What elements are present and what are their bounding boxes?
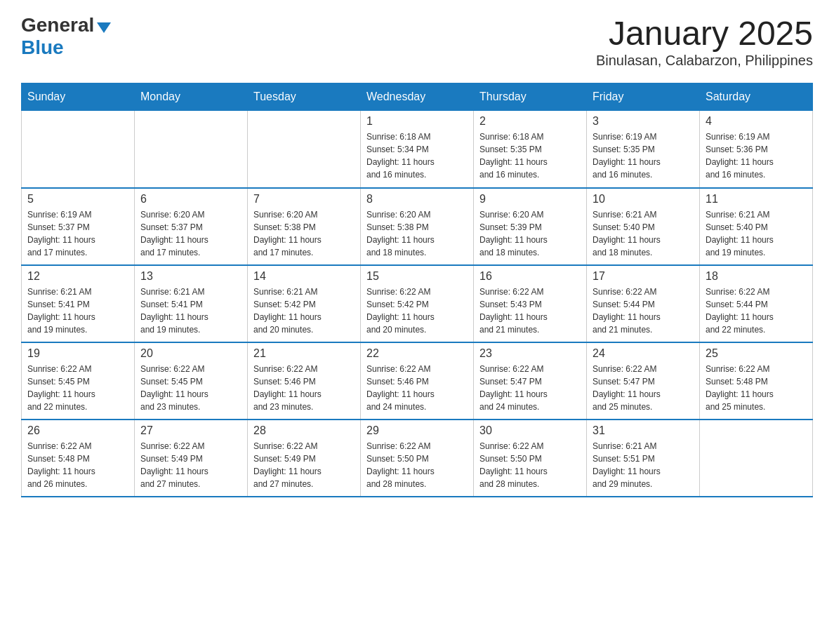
day-number: 22 bbox=[366, 347, 468, 360]
day-info: Sunrise: 6:18 AM Sunset: 5:35 PM Dayligh… bbox=[479, 130, 581, 181]
day-number: 28 bbox=[253, 424, 355, 437]
day-number: 4 bbox=[706, 115, 807, 128]
day-cell: 2Sunrise: 6:18 AM Sunset: 5:35 PM Daylig… bbox=[474, 111, 587, 188]
day-info: Sunrise: 6:22 AM Sunset: 5:49 PM Dayligh… bbox=[253, 440, 355, 490]
day-info: Sunrise: 6:18 AM Sunset: 5:34 PM Dayligh… bbox=[366, 130, 468, 181]
day-cell: 20Sunrise: 6:22 AM Sunset: 5:45 PM Dayli… bbox=[135, 342, 248, 420]
day-number: 20 bbox=[140, 347, 241, 360]
day-info: Sunrise: 6:22 AM Sunset: 5:46 PM Dayligh… bbox=[366, 363, 468, 413]
day-number: 23 bbox=[479, 347, 581, 360]
calendar-subtitle: Binulasan, Calabarzon, Philippines bbox=[596, 53, 813, 69]
weekday-header-saturday: Saturday bbox=[700, 83, 813, 111]
day-number: 16 bbox=[479, 270, 581, 283]
day-number: 11 bbox=[706, 193, 807, 206]
day-info: Sunrise: 6:20 AM Sunset: 5:38 PM Dayligh… bbox=[366, 208, 468, 259]
day-number: 29 bbox=[366, 424, 468, 437]
weekday-header-wednesday: Wednesday bbox=[361, 83, 474, 111]
day-cell: 4Sunrise: 6:19 AM Sunset: 5:36 PM Daylig… bbox=[700, 111, 813, 188]
day-info: Sunrise: 6:20 AM Sunset: 5:37 PM Dayligh… bbox=[140, 208, 241, 259]
week-row-3: 12Sunrise: 6:21 AM Sunset: 5:41 PM Dayli… bbox=[22, 265, 813, 342]
weekday-header-friday: Friday bbox=[587, 83, 700, 111]
day-info: Sunrise: 6:20 AM Sunset: 5:38 PM Dayligh… bbox=[253, 208, 355, 259]
weekday-header-thursday: Thursday bbox=[474, 83, 587, 111]
day-cell: 5Sunrise: 6:19 AM Sunset: 5:37 PM Daylig… bbox=[22, 188, 135, 265]
day-cell: 1Sunrise: 6:18 AM Sunset: 5:34 PM Daylig… bbox=[361, 111, 474, 188]
day-info: Sunrise: 6:21 AM Sunset: 5:40 PM Dayligh… bbox=[593, 208, 694, 259]
day-number: 25 bbox=[706, 347, 807, 360]
day-cell: 15Sunrise: 6:22 AM Sunset: 5:42 PM Dayli… bbox=[361, 265, 474, 342]
day-number: 1 bbox=[366, 115, 468, 128]
day-info: Sunrise: 6:19 AM Sunset: 5:37 PM Dayligh… bbox=[27, 208, 128, 259]
logo-blue: Blue bbox=[21, 36, 64, 58]
weekday-header-monday: Monday bbox=[135, 83, 248, 111]
day-number: 14 bbox=[253, 270, 355, 283]
day-number: 7 bbox=[253, 193, 355, 206]
day-info: Sunrise: 6:22 AM Sunset: 5:42 PM Dayligh… bbox=[366, 286, 468, 336]
day-info: Sunrise: 6:22 AM Sunset: 5:47 PM Dayligh… bbox=[593, 363, 694, 413]
day-cell: 13Sunrise: 6:21 AM Sunset: 5:41 PM Dayli… bbox=[135, 265, 248, 342]
day-cell: 6Sunrise: 6:20 AM Sunset: 5:37 PM Daylig… bbox=[135, 188, 248, 265]
page-header: General Blue January 2025 Binulasan, Cal… bbox=[21, 14, 813, 69]
day-info: Sunrise: 6:22 AM Sunset: 5:49 PM Dayligh… bbox=[140, 440, 241, 490]
day-cell: 17Sunrise: 6:22 AM Sunset: 5:44 PM Dayli… bbox=[587, 265, 700, 342]
day-number: 26 bbox=[27, 424, 128, 437]
day-cell: 10Sunrise: 6:21 AM Sunset: 5:40 PM Dayli… bbox=[587, 188, 700, 265]
day-cell: 23Sunrise: 6:22 AM Sunset: 5:47 PM Dayli… bbox=[474, 342, 587, 420]
day-cell: 21Sunrise: 6:22 AM Sunset: 5:46 PM Dayli… bbox=[248, 342, 361, 420]
day-cell: 7Sunrise: 6:20 AM Sunset: 5:38 PM Daylig… bbox=[248, 188, 361, 265]
day-info: Sunrise: 6:22 AM Sunset: 5:44 PM Dayligh… bbox=[593, 286, 694, 336]
day-cell: 8Sunrise: 6:20 AM Sunset: 5:38 PM Daylig… bbox=[361, 188, 474, 265]
day-number: 5 bbox=[27, 193, 128, 206]
day-cell: 25Sunrise: 6:22 AM Sunset: 5:48 PM Dayli… bbox=[700, 342, 813, 420]
day-info: Sunrise: 6:22 AM Sunset: 5:47 PM Dayligh… bbox=[479, 363, 581, 413]
day-info: Sunrise: 6:22 AM Sunset: 5:43 PM Dayligh… bbox=[479, 286, 581, 336]
day-cell: 24Sunrise: 6:22 AM Sunset: 5:47 PM Dayli… bbox=[587, 342, 700, 420]
day-info: Sunrise: 6:21 AM Sunset: 5:40 PM Dayligh… bbox=[706, 208, 807, 259]
day-number: 31 bbox=[593, 424, 694, 437]
day-info: Sunrise: 6:22 AM Sunset: 5:45 PM Dayligh… bbox=[27, 363, 128, 413]
day-number: 24 bbox=[593, 347, 694, 360]
day-info: Sunrise: 6:19 AM Sunset: 5:36 PM Dayligh… bbox=[706, 130, 807, 181]
day-number: 9 bbox=[479, 193, 581, 206]
day-cell: 22Sunrise: 6:22 AM Sunset: 5:46 PM Dayli… bbox=[361, 342, 474, 420]
day-cell bbox=[700, 420, 813, 497]
day-cell: 29Sunrise: 6:22 AM Sunset: 5:50 PM Dayli… bbox=[361, 420, 474, 497]
logo: General Blue bbox=[21, 14, 111, 59]
day-info: Sunrise: 6:22 AM Sunset: 5:44 PM Dayligh… bbox=[706, 286, 807, 336]
day-info: Sunrise: 6:21 AM Sunset: 5:41 PM Dayligh… bbox=[140, 286, 241, 336]
day-cell: 12Sunrise: 6:21 AM Sunset: 5:41 PM Dayli… bbox=[22, 265, 135, 342]
day-cell: 19Sunrise: 6:22 AM Sunset: 5:45 PM Dayli… bbox=[22, 342, 135, 420]
day-cell: 30Sunrise: 6:22 AM Sunset: 5:50 PM Dayli… bbox=[474, 420, 587, 497]
day-number: 10 bbox=[593, 193, 694, 206]
day-number: 6 bbox=[140, 193, 241, 206]
day-info: Sunrise: 6:22 AM Sunset: 5:50 PM Dayligh… bbox=[366, 440, 468, 490]
day-number: 17 bbox=[593, 270, 694, 283]
week-row-4: 19Sunrise: 6:22 AM Sunset: 5:45 PM Dayli… bbox=[22, 342, 813, 420]
weekday-header-sunday: Sunday bbox=[22, 83, 135, 111]
weekday-header-tuesday: Tuesday bbox=[248, 83, 361, 111]
day-number: 21 bbox=[253, 347, 355, 360]
weekday-header-row: SundayMondayTuesdayWednesdayThursdayFrid… bbox=[22, 83, 813, 111]
day-info: Sunrise: 6:22 AM Sunset: 5:48 PM Dayligh… bbox=[27, 440, 128, 490]
day-info: Sunrise: 6:22 AM Sunset: 5:50 PM Dayligh… bbox=[479, 440, 581, 490]
day-cell: 26Sunrise: 6:22 AM Sunset: 5:48 PM Dayli… bbox=[22, 420, 135, 497]
day-number: 15 bbox=[366, 270, 468, 283]
day-info: Sunrise: 6:19 AM Sunset: 5:35 PM Dayligh… bbox=[593, 130, 694, 181]
day-number: 2 bbox=[479, 115, 581, 128]
logo-general: General bbox=[21, 14, 94, 36]
day-cell: 27Sunrise: 6:22 AM Sunset: 5:49 PM Dayli… bbox=[135, 420, 248, 497]
week-row-2: 5Sunrise: 6:19 AM Sunset: 5:37 PM Daylig… bbox=[22, 188, 813, 265]
day-number: 30 bbox=[479, 424, 581, 437]
day-info: Sunrise: 6:20 AM Sunset: 5:39 PM Dayligh… bbox=[479, 208, 581, 259]
day-cell bbox=[22, 111, 135, 188]
day-info: Sunrise: 6:21 AM Sunset: 5:51 PM Dayligh… bbox=[593, 440, 694, 490]
week-row-1: 1Sunrise: 6:18 AM Sunset: 5:34 PM Daylig… bbox=[22, 111, 813, 188]
calendar-title: January 2025 bbox=[596, 14, 813, 53]
day-cell: 11Sunrise: 6:21 AM Sunset: 5:40 PM Dayli… bbox=[700, 188, 813, 265]
day-number: 18 bbox=[706, 270, 807, 283]
day-cell: 9Sunrise: 6:20 AM Sunset: 5:39 PM Daylig… bbox=[474, 188, 587, 265]
day-cell: 14Sunrise: 6:21 AM Sunset: 5:42 PM Dayli… bbox=[248, 265, 361, 342]
day-info: Sunrise: 6:22 AM Sunset: 5:48 PM Dayligh… bbox=[706, 363, 807, 413]
day-info: Sunrise: 6:21 AM Sunset: 5:41 PM Dayligh… bbox=[27, 286, 128, 336]
day-cell bbox=[248, 111, 361, 188]
